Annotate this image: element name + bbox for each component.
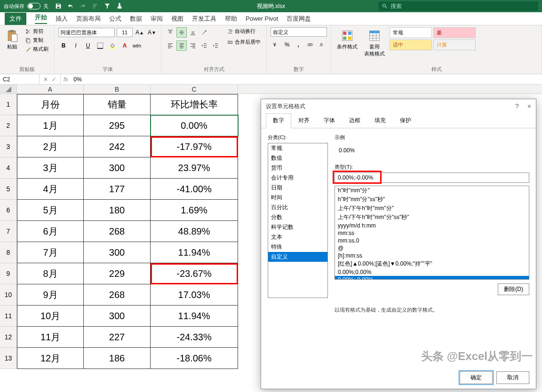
column-header-b[interactable]: B [84,85,151,94]
increase-decimal-icon[interactable]: .00 [304,39,315,50]
category-item[interactable]: 日期 [268,183,327,193]
format-item[interactable]: 0.00%;0.00% [335,268,529,276]
cell[interactable]: 268 [84,221,151,242]
decrease-decimal-icon[interactable]: .0 [316,39,326,50]
orientation-icon[interactable] [199,27,209,38]
cell[interactable]: 12月 [17,348,84,369]
conditional-format-button[interactable]: 条件格式 [335,27,359,52]
cell[interactable]: -41.00% [151,179,238,200]
tab-data[interactable]: 数据 [130,15,142,23]
autosave-toggle[interactable]: 自动保存 关 [4,3,48,10]
percent-icon[interactable]: % [282,39,292,50]
cell[interactable]: 227 [84,327,151,348]
row-header[interactable]: 12 [0,327,17,348]
cell[interactable]: 6月 [17,221,84,242]
cell[interactable]: 229 [84,263,151,284]
category-item[interactable]: 百分比 [268,203,327,212]
format-item[interactable]: mm:ss [335,229,529,237]
tab-insert[interactable]: 插入 [56,15,68,23]
cell[interactable]: 0.00% [151,115,238,136]
dialog-tab[interactable]: 边框 [342,113,367,128]
formula-value[interactable]: 0% [71,76,84,83]
tab-help[interactable]: 帮助 [225,15,237,23]
cell[interactable]: 177 [84,179,151,200]
cell[interactable]: 销量 [84,94,151,115]
cell[interactable]: 23.97% [151,157,238,179]
currency-icon[interactable]: ¥ [271,39,281,50]
category-item[interactable]: 自定义 [268,252,327,262]
category-item[interactable]: 科学记数 [268,222,327,232]
cell[interactable]: 242 [84,136,151,157]
font-name-select[interactable] [58,28,115,37]
align-center-icon[interactable] [176,40,187,51]
cell[interactable]: 300 [84,306,151,327]
cell[interactable]: 4月 [17,179,84,200]
style-bad[interactable]: 差 [433,27,476,38]
row-header[interactable]: 1 [0,94,17,115]
number-format-select[interactable] [271,27,327,37]
cell[interactable]: 8月 [17,263,84,284]
category-item[interactable]: 货币 [268,163,327,173]
comma-icon[interactable]: , [293,39,303,50]
align-right-icon[interactable] [188,40,198,51]
tab-baidu[interactable]: 百度网盘 [287,15,311,23]
cell[interactable]: 300 [84,157,151,179]
wrap-text-button[interactable]: 自动换行 [225,27,263,35]
name-box[interactable]: C2 [0,74,40,84]
phonetic-button[interactable]: wén [132,40,142,51]
cell[interactable]: 1月 [17,115,84,136]
format-item[interactable]: h"时"mm"分" [335,186,529,195]
cell[interactable]: 2月 [17,136,84,157]
row-header[interactable]: 6 [0,200,17,221]
column-header-c[interactable]: C [151,85,238,94]
format-item[interactable]: yyyy/m/d h:mm [335,222,529,229]
tab-powerpivot[interactable]: Power Pivot [246,15,278,22]
save-icon[interactable] [55,3,62,9]
confirm-icon[interactable]: ✓ [52,76,56,83]
close-icon[interactable]: × [527,102,531,110]
type-input[interactable] [335,172,529,183]
tab-review[interactable]: 审阅 [151,15,163,23]
cancel-icon[interactable]: ✕ [43,76,48,83]
format-item[interactable]: 0.00%;-0.00% [335,276,529,280]
cell[interactable]: 环比增长率 [151,94,238,115]
align-top-icon[interactable] [165,27,175,38]
fx-icon[interactable]: fx [61,76,71,83]
format-item[interactable]: @ [335,244,529,252]
cell[interactable]: -18.06% [151,348,238,369]
column-header-a[interactable]: A [17,85,84,94]
category-item[interactable]: 数值 [268,153,327,163]
cell[interactable]: 9月 [17,284,84,306]
merge-button[interactable]: 合并后居中 [225,38,263,46]
tab-dev[interactable]: 开发工具 [192,15,216,23]
fill-color-button[interactable] [107,40,118,51]
font-size-select[interactable] [117,28,133,37]
cell[interactable]: 月份 [17,94,84,115]
tab-view[interactable]: 视图 [171,15,183,23]
align-middle-icon[interactable] [176,27,187,38]
style-neutral[interactable]: 适中 [390,39,432,50]
category-item[interactable]: 会计专用 [268,173,327,183]
dialog-tab[interactable]: 字体 [317,113,342,128]
format-list[interactable]: h"时"mm"分"h"时"mm"分"ss"秒"上午/下午h"时"mm"分"上午/… [335,186,529,280]
paste-button[interactable]: 粘贴 [4,27,21,52]
cell[interactable]: 186 [84,348,151,369]
tab-layout[interactable]: 页面布局 [76,15,101,23]
dialog-tab[interactable]: 数字 [266,113,291,128]
redo-icon[interactable] [80,3,86,9]
table-format-button[interactable]: 套用 表格格式 [362,27,387,59]
style-calc[interactable]: 计算 [433,39,476,50]
cell[interactable]: -24.33% [151,327,238,348]
underline-button[interactable]: U [83,40,93,51]
touch-icon[interactable] [116,3,123,9]
row-header[interactable]: 8 [0,242,17,263]
help-icon[interactable]: ? [515,102,519,110]
category-item[interactable]: 特殊 [268,242,327,252]
tab-home[interactable]: 开始 [35,13,47,24]
filter-icon[interactable] [104,3,111,9]
cell[interactable]: 48.89% [151,221,238,242]
row-header[interactable]: 4 [0,157,17,179]
cell[interactable]: 1.69% [151,200,238,221]
row-header[interactable]: 2 [0,115,17,136]
cell[interactable]: 5月 [17,200,84,221]
